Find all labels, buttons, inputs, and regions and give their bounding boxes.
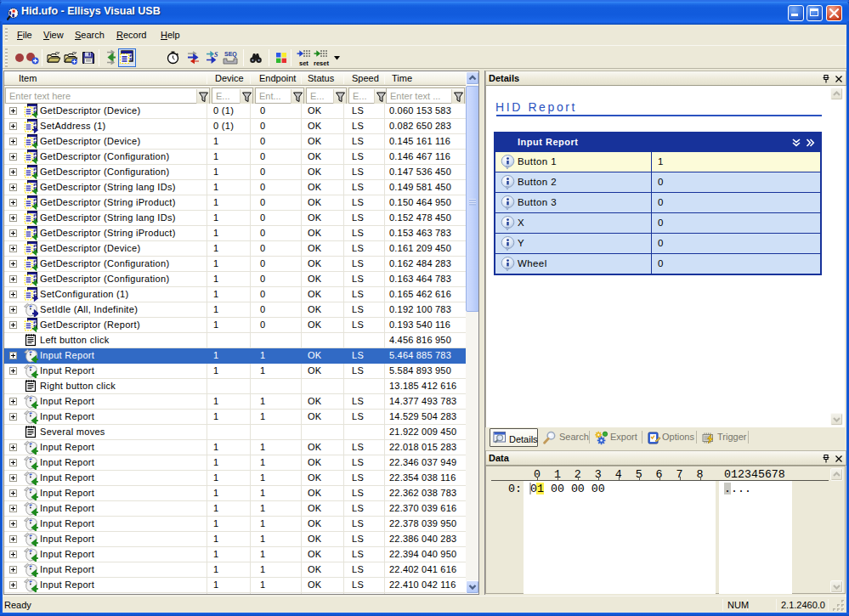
svg-text:S: S	[214, 51, 218, 59]
svg-text:set: set	[299, 59, 308, 66]
svg-text:reset: reset	[314, 59, 329, 66]
svg-text:SEQ: SEQ	[224, 51, 237, 58]
